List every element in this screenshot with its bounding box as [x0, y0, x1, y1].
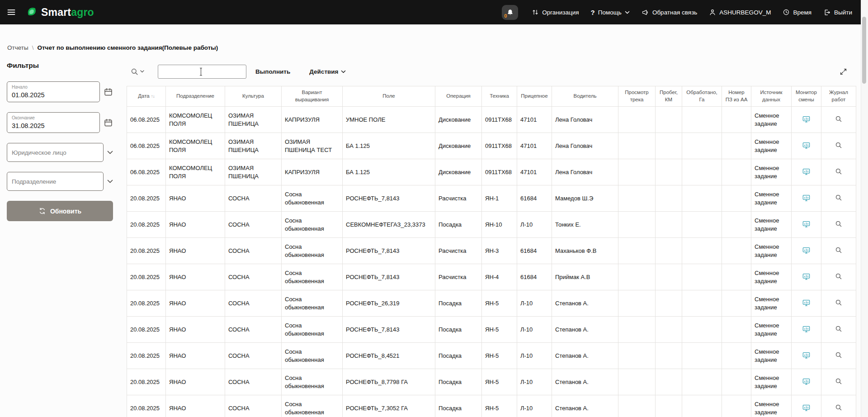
- cell-vehicle: ЯН-1: [482, 185, 517, 212]
- legal-entity-placeholder: Юридическое лицо: [12, 149, 66, 156]
- cell-culture: СОСНА: [225, 395, 282, 417]
- cell-shift-monitor: [792, 159, 821, 185]
- cell-driver: Лена Головач: [552, 133, 618, 159]
- work-journal-button[interactable]: [834, 166, 844, 176]
- refresh-button[interactable]: Обновить: [7, 201, 113, 221]
- fullscreen-button[interactable]: [839, 67, 848, 76]
- work-journal-button[interactable]: [834, 193, 844, 203]
- work-journal-button[interactable]: [834, 350, 844, 360]
- cell-subdivision: ЯНАО: [166, 343, 225, 369]
- work-journal-button[interactable]: [834, 324, 844, 334]
- work-journal-button[interactable]: [834, 245, 844, 255]
- nav-user[interactable]: ASHURBEGOV_M: [709, 9, 771, 16]
- end-date-input[interactable]: Окончание 31.08.2025: [7, 112, 100, 133]
- cell-work-journal: [821, 159, 856, 185]
- filters-panel: Фильтры Начало 01.08.2025 Окончание 31.0…: [0, 52, 127, 221]
- cell-shift-monitor: [792, 185, 821, 212]
- cell-processed-ha: [682, 159, 722, 185]
- column-header-date[interactable]: Дата↑↓: [127, 86, 166, 107]
- end-date-calendar-button[interactable]: [104, 118, 113, 128]
- shift-monitor-button[interactable]: [801, 376, 811, 387]
- start-date-input[interactable]: Начало 01.08.2025: [7, 81, 100, 102]
- legal-entity-select[interactable]: Юридическое лицо: [7, 143, 104, 162]
- work-journal-button[interactable]: [834, 403, 844, 412]
- cell-date: 20.08.2025: [127, 369, 166, 395]
- shift-monitor-button[interactable]: [801, 219, 811, 229]
- cell-work-journal: [821, 212, 856, 238]
- shift-monitor-icon: [802, 220, 811, 228]
- work-journal-button[interactable]: [834, 140, 844, 150]
- cell-source: Сменное задание: [751, 107, 792, 133]
- cell-operation: Расчистка: [435, 264, 482, 290]
- scrollbar-thumb[interactable]: [862, 17, 866, 84]
- cell-field: БА 1.125: [343, 133, 435, 159]
- cell-work-journal: [821, 133, 856, 159]
- report-area: Выполнить Действия Дата↑↓ПодразделениеКу…: [127, 52, 861, 417]
- table-row: 06.08.2025КОМСОМОЛЕЦ ПОЛЯОЗИМАЯ ПШЕНИЦАК…: [127, 159, 856, 185]
- shift-monitor-button[interactable]: [801, 403, 811, 413]
- subdivision-select[interactable]: Подразделение: [7, 172, 104, 191]
- nav-logout[interactable]: Выйти: [823, 9, 852, 16]
- app-root: Smartagro 0 Организация ? Помощь Обратна…: [0, 0, 861, 417]
- cell-culture: СОСНА: [225, 343, 282, 369]
- search-input[interactable]: [158, 65, 246, 79]
- work-journal-button[interactable]: [834, 114, 844, 124]
- column-header-variant: Вариант выращивания: [282, 86, 343, 107]
- calendar-icon: [104, 118, 113, 128]
- shift-monitor-button[interactable]: [801, 271, 811, 282]
- cell-shift-monitor: [792, 264, 821, 290]
- question-icon: ?: [591, 9, 595, 16]
- nav-help[interactable]: ? Помощь: [591, 9, 630, 16]
- cell-shift-monitor: [792, 369, 821, 395]
- table-row: 06.08.2025КОМСОМОЛЕЦ ПОЛЯОЗИМАЯ ПШЕНИЦАК…: [127, 107, 856, 133]
- column-header-icons-15: Журнал работ: [821, 86, 856, 107]
- work-journal-button[interactable]: [834, 376, 844, 386]
- shift-monitor-button[interactable]: [801, 140, 811, 151]
- table-row: 20.08.2025ЯНАОСОСНАСосна обыкновеннаяРОС…: [127, 238, 856, 264]
- shift-monitor-button[interactable]: [801, 114, 811, 124]
- nav-organization[interactable]: Организация: [532, 9, 579, 16]
- start-date-calendar-button[interactable]: [104, 87, 113, 97]
- sort-icon[interactable]: ↑↓: [151, 93, 155, 100]
- shift-monitor-button[interactable]: [801, 298, 811, 308]
- cell-field: РОСНЕФТЬ_7,8143: [343, 185, 435, 212]
- cell-trailer: Л-10: [517, 343, 552, 369]
- actions-button[interactable]: Действия: [309, 68, 346, 75]
- shift-monitor-button[interactable]: [801, 324, 811, 334]
- cell-source: Сменное задание: [751, 264, 792, 290]
- execute-button[interactable]: Выполнить: [255, 68, 290, 75]
- cell-date: 06.08.2025: [127, 159, 166, 185]
- cell-culture: СОСНА: [225, 212, 282, 238]
- cell-source: Сменное задание: [751, 212, 792, 238]
- logout-icon: [823, 9, 831, 16]
- app-logo[interactable]: Smartagro: [24, 5, 94, 19]
- work-journal-button[interactable]: [834, 298, 844, 308]
- shift-monitor-button[interactable]: [801, 193, 811, 203]
- report-table: Дата↑↓ПодразделениеКультураВариант выращ…: [127, 86, 856, 417]
- cell-subdivision: ЯНАО: [166, 264, 225, 290]
- legal-entity-chevron-button[interactable]: [107, 151, 113, 154]
- cell-trailer: 61684: [517, 238, 552, 264]
- shift-monitor-button[interactable]: [801, 350, 811, 360]
- cell-date: 06.08.2025: [127, 133, 166, 159]
- breadcrumb-reports-link[interactable]: Отчеты: [7, 44, 28, 51]
- work-journal-button[interactable]: [834, 219, 844, 229]
- search-options-button[interactable]: [130, 67, 144, 76]
- shift-monitor-button[interactable]: [801, 166, 811, 177]
- vertical-scrollbar[interactable]: [861, 0, 868, 417]
- nav-time[interactable]: Время: [783, 9, 811, 16]
- nav-user-label: ASHURBEGOV_M: [719, 9, 771, 16]
- cell-subdivision: КОМСОМОЛЕЦ ПОЛЯ: [166, 107, 225, 133]
- subdivision-chevron-button[interactable]: [107, 180, 113, 183]
- cell-operation: Дискование: [435, 133, 482, 159]
- work-journal-button[interactable]: [834, 271, 844, 281]
- shift-monitor-button[interactable]: [801, 245, 811, 256]
- menu-button[interactable]: [6, 7, 16, 17]
- nav-logout-label: Выйти: [834, 9, 852, 16]
- table-row: 20.08.2025ЯНАОСОСНАСосна обыкновеннаяРОС…: [127, 343, 856, 369]
- cell-source: Сменное задание: [751, 290, 792, 317]
- shift-monitor-icon: [802, 115, 811, 123]
- nav-feedback[interactable]: Обратная связь: [642, 9, 697, 16]
- notifications-button[interactable]: 0: [502, 5, 518, 20]
- cell-pz-number: [722, 290, 751, 317]
